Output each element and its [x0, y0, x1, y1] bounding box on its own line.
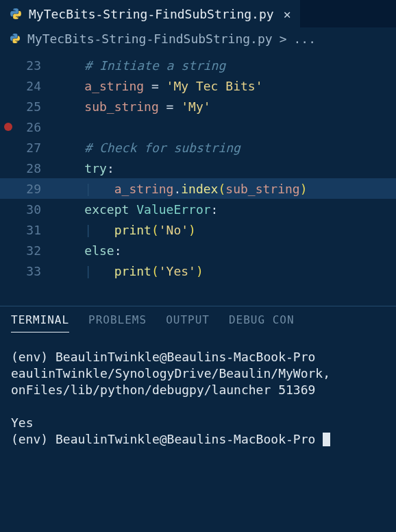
line-number[interactable]: 30 — [0, 202, 55, 217]
code-content[interactable]: | print('Yes') — [55, 264, 396, 278]
tab-output[interactable]: OUTPUT — [166, 313, 210, 332]
python-icon — [10, 33, 21, 44]
code-line[interactable]: 26 — [0, 117, 396, 137]
terminal-output[interactable]: (env) BeaulinTwinkle@Beaulins-MacBook-Pr… — [11, 337, 385, 448]
chevron-right-icon: > — [280, 32, 287, 46]
panel-tabs: TERMINAL PROBLEMS OUTPUT DEBUG CON — [11, 313, 385, 337]
breakpoint-icon[interactable] — [4, 123, 12, 131]
tab-problems[interactable]: PROBLEMS — [88, 313, 147, 332]
terminal-line — [11, 398, 385, 415]
code-content[interactable]: a_string = 'My Tec Bits' — [55, 79, 396, 93]
tab-terminal[interactable]: TERMINAL — [11, 313, 69, 332]
code-line[interactable]: 30 except ValueError: — [0, 199, 396, 219]
tabbar: MyTecBits-String-FindSubString.py ✕ — [0, 0, 396, 27]
breadcrumb-file[interactable]: MyTecBits-String-FindSubString.py — [27, 32, 273, 46]
code-line[interactable]: 24 a_string = 'My Tec Bits' — [0, 75, 396, 96]
line-number[interactable]: 26 — [0, 120, 55, 134]
terminal-line: Yes — [11, 415, 385, 431]
terminal-cursor — [323, 433, 330, 446]
line-number[interactable]: 31 — [0, 223, 55, 237]
code-content[interactable]: # Initiate a string — [55, 58, 396, 73]
terminal-line: onFiles/lib/python/debugpy/launcher 5136… — [11, 382, 385, 398]
code-content[interactable]: try: — [55, 161, 396, 176]
code-line[interactable]: 23 # Initiate a string — [0, 55, 396, 75]
code-content[interactable]: # Check for substring — [55, 141, 396, 155]
close-icon[interactable]: ✕ — [281, 7, 294, 21]
code-content[interactable]: | a_string.index(sub_string) — [55, 182, 396, 196]
code-line[interactable]: 31 | print('No') — [0, 219, 396, 240]
breadcrumb[interactable]: MyTecBits-String-FindSubString.py > ... — [0, 27, 396, 49]
line-number[interactable]: 24 — [0, 79, 55, 93]
line-number[interactable]: 25 — [0, 99, 55, 114]
code-content[interactable]: except ValueError: — [55, 202, 396, 217]
code-line[interactable]: 33 | print('Yes') — [0, 261, 396, 281]
line-number[interactable]: 29 — [0, 182, 55, 196]
python-icon — [10, 8, 22, 20]
bottom-panel: TERMINAL PROBLEMS OUTPUT DEBUG CON (env)… — [0, 306, 396, 448]
code-line[interactable]: 32 else: — [0, 240, 396, 261]
tab-debug-console[interactable]: DEBUG CON — [229, 313, 295, 332]
code-line[interactable]: 27 # Check for substring — [0, 137, 396, 158]
editor-tab[interactable]: MyTecBits-String-FindSubString.py ✕ — [0, 0, 300, 27]
code-content[interactable]: else: — [55, 243, 396, 258]
line-number[interactable]: 28 — [0, 161, 55, 176]
code-content[interactable]: sub_string = 'My' — [55, 99, 396, 114]
terminal-line: (env) BeaulinTwinkle@Beaulins-MacBook-Pr… — [11, 349, 385, 365]
code-line[interactable]: 29 | a_string.index(sub_string) — [0, 178, 396, 199]
line-number[interactable]: 32 — [0, 243, 55, 258]
line-number[interactable]: 27 — [0, 141, 55, 155]
code-content[interactable]: | print('No') — [55, 223, 396, 237]
terminal-line: (env) BeaulinTwinkle@Beaulins-MacBook-Pr… — [11, 431, 385, 448]
code-line[interactable]: 28 try: — [0, 158, 396, 178]
terminal-line: eaulinTwinkle/SynologyDrive/Beaulin/MyWo… — [11, 365, 385, 382]
breadcrumb-more[interactable]: ... — [293, 32, 316, 46]
code-line[interactable]: 25 sub_string = 'My' — [0, 96, 396, 117]
tab-filename: MyTecBits-String-FindSubString.py — [29, 7, 274, 21]
code-editor[interactable]: 23 # Initiate a string24 a_string = 'My … — [0, 49, 396, 281]
line-number[interactable]: 23 — [0, 58, 55, 73]
line-number[interactable]: 33 — [0, 264, 55, 278]
